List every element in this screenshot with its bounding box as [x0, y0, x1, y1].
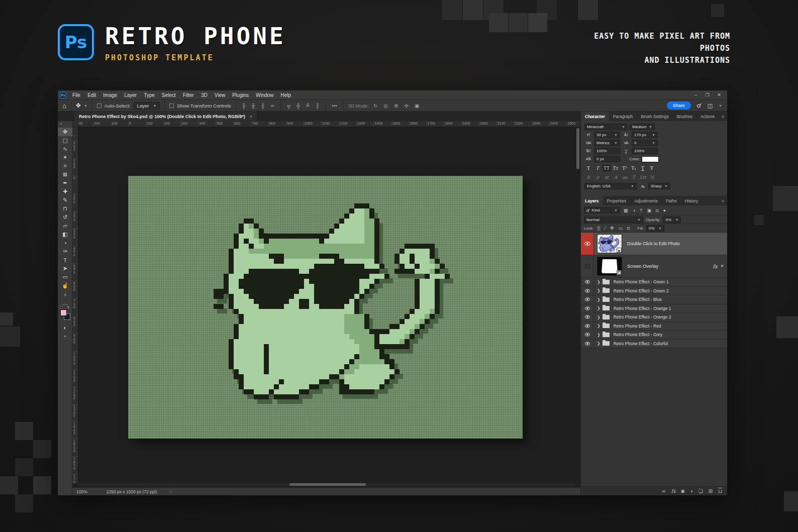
layer-group-row[interactable]: ❯Retro Phone Effect - Red	[581, 322, 727, 331]
baseline-shift-field[interactable]: 0 px	[594, 156, 620, 162]
group-name[interactable]: Retro Phone Effect - Colorful	[614, 341, 668, 346]
menu-item-file[interactable]: File	[69, 92, 84, 98]
distribute-bottom-icon[interactable]: ║	[314, 103, 321, 109]
menu-item-filter[interactable]: Filter	[179, 92, 197, 98]
layer-group-row[interactable]: ❯Retro Phone Effect - Grey	[581, 331, 727, 340]
swap-colors-icon[interactable]: ⇅	[67, 305, 70, 309]
layer-group-row[interactable]: ❯Retro Phone Effect - Orange 1	[581, 304, 727, 313]
filter-lock-icon[interactable]: ◘	[655, 208, 659, 213]
tab-properties[interactable]: Properties	[603, 196, 630, 205]
type-style-button[interactable]: TT	[603, 165, 611, 171]
horizontal-scrollbar[interactable]	[78, 483, 575, 486]
expand-chevron-icon[interactable]: ❯	[597, 297, 601, 302]
anti-alias-select[interactable]: Sharp▼	[648, 183, 670, 189]
menu-item-select[interactable]: Select	[158, 92, 179, 98]
expand-chevron-icon[interactable]: ❯	[597, 333, 601, 337]
layer-group-row[interactable]: ❯Retro Phone Effect - Blue	[581, 295, 727, 304]
history-brush-tool[interactable]: ↺	[58, 213, 72, 222]
auto-select-checkbox[interactable]	[97, 103, 102, 108]
layer-thumbnail[interactable]	[597, 257, 622, 276]
type-style-button[interactable]: T₁	[630, 165, 638, 171]
close-icon[interactable]: ✕	[717, 92, 721, 97]
filter-shape-icon[interactable]: ▣	[646, 208, 652, 213]
lock-transparent-icon[interactable]: ▒	[596, 226, 601, 231]
mask-icon[interactable]: ◙	[681, 488, 684, 494]
distribute-left-icon[interactable]: ╦	[285, 103, 292, 109]
menu-item-type[interactable]: Type	[140, 92, 158, 98]
zoom-level[interactable]: 100%	[76, 489, 87, 494]
opentype-button[interactable]: 1st	[639, 174, 647, 180]
menu-item-3d[interactable]: 3D	[197, 92, 211, 98]
camera-icon[interactable]: ▣	[413, 103, 421, 109]
document-canvas[interactable]	[128, 176, 523, 439]
layer-row-edit-photo[interactable]: ▣ Double Click to Edit Photo	[581, 233, 727, 255]
eraser-tool[interactable]: ▱	[58, 222, 72, 230]
opentype-button[interactable]: aa	[621, 174, 629, 180]
tab-actions[interactable]: Actions	[696, 112, 719, 121]
layer-effects-fx[interactable]: fx	[713, 264, 717, 269]
crop-tool[interactable]: ⌗	[58, 162, 72, 170]
opacity-field[interactable]: 0%▼	[663, 217, 681, 223]
layer-row-screen-overlay[interactable]: Screen Overlay fx▼	[581, 255, 727, 278]
visibility-toggle[interactable]	[581, 233, 594, 255]
type-style-button[interactable]: T	[639, 165, 647, 171]
tab-paths[interactable]: Paths	[662, 196, 681, 205]
panel-menu-icon[interactable]: ≡	[722, 112, 727, 121]
ruler-origin-corner[interactable]	[72, 121, 78, 127]
font-style-select[interactable]: Medium▼	[630, 124, 655, 130]
font-family-select[interactable]: Minecraft▼	[584, 124, 628, 130]
opentype-button[interactable]: A	[612, 174, 620, 180]
type-style-button[interactable]: T	[584, 165, 592, 171]
group-name[interactable]: Retro Phone Effect - Green 1	[614, 279, 669, 284]
vertical-scrollbar-thumb[interactable]	[576, 128, 579, 169]
adjustment-icon[interactable]: ◑	[690, 488, 693, 494]
frame-tool[interactable]: ⊠	[58, 170, 72, 179]
layer-group-row[interactable]: ❯Retro Phone Effect - Green 1	[581, 278, 727, 287]
expand-chevron-icon[interactable]: ❯	[597, 280, 601, 284]
distribute-center-icon[interactable]: ╬	[295, 103, 302, 109]
align-left-icon[interactable]: ╟	[241, 103, 247, 109]
align-top-icon[interactable]: ═	[269, 103, 276, 109]
align-center-icon[interactable]: ╫	[250, 103, 257, 109]
filter-smart-icon[interactable]: ●	[662, 208, 666, 213]
opentype-button[interactable]: st	[603, 174, 611, 180]
opentype-button[interactable]: ½	[648, 174, 656, 180]
home-button[interactable]: ⌂	[58, 100, 71, 111]
filter-kind-select[interactable]: ⚲ Kind▼	[584, 207, 620, 214]
path-select-tool[interactable]: ➤	[58, 264, 72, 273]
blend-mode-select[interactable]: Normal▼	[584, 217, 643, 223]
horizontal-scale-field[interactable]: 100%	[632, 148, 658, 154]
type-style-button[interactable]: Tᴛ	[612, 165, 620, 171]
menu-item-view[interactable]: View	[211, 92, 229, 98]
opentype-button[interactable]: fi	[584, 174, 592, 180]
tab-character[interactable]: Character	[581, 112, 609, 121]
expand-chevron-icon[interactable]: ❯	[597, 341, 601, 346]
opentype-button[interactable]: T	[630, 174, 638, 180]
visibility-toggle[interactable]	[581, 255, 594, 277]
quick-select-tool[interactable]: ✶	[58, 153, 72, 162]
group-name[interactable]: Retro Phone Effect - Red	[614, 324, 661, 329]
distribute-right-icon[interactable]: ╩	[305, 103, 311, 109]
screen-mode-button[interactable]: ▫	[58, 332, 72, 340]
default-colors-icon[interactable]	[60, 306, 62, 308]
group-name[interactable]: Retro Phone Effect - Grey	[614, 332, 663, 337]
show-transform-checkbox[interactable]	[169, 103, 174, 108]
menu-item-edit[interactable]: Edit	[84, 92, 99, 98]
tracking-field[interactable]: 0▼	[632, 140, 658, 146]
group-name[interactable]: Retro Phone Effect - Blue	[614, 297, 662, 302]
menu-item-image[interactable]: Image	[99, 92, 121, 98]
text-color-swatch[interactable]	[642, 156, 659, 162]
slide-icon[interactable]: ✣	[403, 103, 410, 109]
opentype-button[interactable]: σ	[593, 174, 602, 180]
share-button[interactable]: Share	[667, 101, 691, 110]
visibility-toggle[interactable]	[581, 304, 594, 313]
type-tool[interactable]: T	[58, 256, 72, 264]
roll-icon[interactable]: ◎	[382, 103, 389, 109]
fill-field[interactable]: 0%▼	[646, 225, 664, 232]
menu-item-layer[interactable]: Layer	[121, 92, 140, 98]
visibility-toggle[interactable]	[581, 287, 594, 295]
group-name[interactable]: Retro Phone Effect - Orange 2	[614, 314, 671, 320]
visibility-toggle[interactable]	[581, 322, 594, 331]
delete-icon[interactable]: ⊔	[718, 488, 722, 494]
tool-preset[interactable]: ✥ ▼	[71, 100, 92, 111]
